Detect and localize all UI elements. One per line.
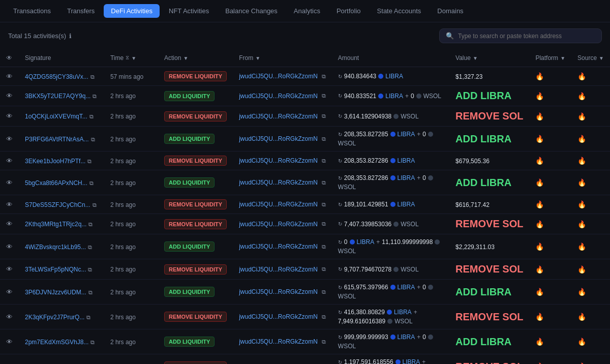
from-address[interactable]: jwudCiJ5QU...RoRGkZzomN⧉ [239, 288, 326, 295]
row-eye-icon[interactable]: 👁 [6, 288, 13, 296]
amount-pulse-icon: ↻ [338, 221, 342, 227]
signature-link[interactable]: 2K3qKFpv2J7PrurQ... [25, 314, 84, 321]
copy-from-icon[interactable]: ⧉ [322, 201, 326, 208]
from-address[interactable]: jwudCiJ5QU...RoRGkZzomN⧉ [239, 338, 326, 345]
from-address[interactable]: jwudCiJ5QU...RoRGkZzomN⧉ [239, 73, 326, 80]
tab-balance-changes[interactable]: Balance Changes [218, 4, 285, 18]
signature-link[interactable]: 2pm7EKdXmSGVhJ8... [25, 339, 88, 346]
action-badge[interactable]: ADD LIQUIDITY [164, 134, 215, 144]
from-address[interactable]: jwudCiJ5QU...RoRGkZzomN⧉ [239, 266, 326, 273]
row-eye-icon[interactable]: 👁 [6, 157, 13, 165]
from-filter-icon[interactable]: ▼ [255, 55, 260, 61]
signature-link[interactable]: 2Kthq3MRtg1TRjc2q... [25, 221, 86, 228]
copy-sig-icon[interactable]: ⧉ [90, 74, 95, 80]
row-eye-icon[interactable]: 👁 [6, 313, 13, 321]
copy-sig-icon[interactable]: ⧉ [88, 289, 93, 295]
copy-from-icon[interactable]: ⧉ [322, 158, 326, 164]
from-address[interactable]: jwudCiJ5QU...RoRGkZzomN⧉ [239, 221, 326, 228]
action-badge[interactable]: ADD LIQUIDITY [164, 287, 215, 297]
copy-from-icon[interactable]: ⧉ [322, 179, 326, 186]
action-badge[interactable]: REMOVE LIQUIDITY [164, 111, 227, 122]
action-badge[interactable]: REMOVE LIQUIDITY [164, 156, 227, 166]
row-eye-icon[interactable]: 👁 [6, 92, 13, 100]
copy-sig-icon[interactable]: ⧉ [93, 202, 97, 208]
from-address[interactable]: jwudCiJ5QU...RoRGkZzomN⧉ [239, 179, 326, 186]
action-badge[interactable]: REMOVE LIQUIDITY [164, 264, 227, 275]
copy-from-icon[interactable]: ⧉ [322, 339, 326, 345]
signature-link[interactable]: 3BKX5yT2UE7AQY9q... [25, 93, 90, 100]
copy-sig-icon[interactable]: ⧉ [89, 113, 94, 119]
value-filter-icon[interactable]: ▼ [473, 55, 478, 61]
signature-link[interactable]: 3TeLWSxFp5pNQNc... [25, 266, 86, 273]
copy-from-icon[interactable]: ⧉ [322, 289, 326, 295]
copy-sig-icon[interactable]: ⧉ [89, 180, 94, 186]
action-badge[interactable]: ADD LIQUIDITY [164, 177, 215, 188]
row-eye-icon[interactable]: 👁 [6, 243, 13, 251]
action-filter-icon[interactable]: ▼ [183, 55, 188, 61]
tab-nft-activities[interactable]: NFT Activities [162, 4, 216, 18]
row-eye-icon[interactable]: 👁 [6, 112, 13, 120]
signature-link[interactable]: 1oQCKjLoiXVEVmqT... [25, 113, 87, 120]
action-badge[interactable]: REMOVE LIQUIDITY [164, 361, 227, 364]
from-address[interactable]: jwudCiJ5QU...RoRGkZzomN⧉ [239, 313, 326, 320]
action-badge[interactable]: REMOVE LIQUIDITY [164, 312, 227, 322]
signature-link[interactable]: P3RFG6AVtRTNrAsA... [25, 136, 89, 143]
action-badge[interactable]: ADD LIQUIDITY [164, 91, 215, 101]
copy-from-icon[interactable]: ⧉ [322, 221, 326, 227]
signature-link[interactable]: 3EKee1bJooH7hPTf... [25, 158, 85, 165]
signature-link[interactable]: S7DeS5SZFJCyChCn... [25, 201, 90, 208]
signature-link[interactable]: 5bgCxa8t66APxNCH... [25, 179, 87, 187]
row-eye-icon[interactable]: 👁 [6, 73, 13, 80]
from-address[interactable]: jwudCiJ5QU...RoRGkZzomN⧉ [239, 135, 326, 142]
row-eye-icon[interactable]: 👁 [6, 220, 13, 228]
row-eye-icon[interactable]: 👁 [6, 179, 13, 187]
signature-link[interactable]: 4WiZBvskqrc1kLb95... [25, 244, 86, 251]
tab-defi-activities[interactable]: DeFi Activities [104, 4, 160, 18]
copy-sig-icon[interactable]: ⧉ [93, 93, 97, 99]
copy-sig-icon[interactable]: ⧉ [87, 158, 92, 164]
action-badge[interactable]: REMOVE LIQUIDITY [164, 199, 227, 209]
copy-sig-icon[interactable]: ⧉ [88, 266, 92, 272]
copy-from-icon[interactable]: ⧉ [322, 136, 326, 142]
row-eye-icon[interactable]: 👁 [6, 201, 13, 208]
platform-filter-icon[interactable]: ▼ [560, 55, 565, 61]
copy-sig-icon[interactable]: ⧉ [86, 314, 90, 320]
time-filter-icon[interactable]: ⧖ [126, 55, 129, 61]
action-badge[interactable]: ADD LIQUIDITY [164, 241, 215, 252]
copy-from-icon[interactable]: ⧉ [322, 314, 326, 320]
copy-from-icon[interactable]: ⧉ [322, 266, 326, 272]
from-address[interactable]: jwudCiJ5QU...RoRGkZzomN⧉ [239, 243, 326, 250]
table-row: 👁P3RFG6AVtRTNrAsA...⧉2 hrs agoADD LIQUID… [0, 127, 610, 151]
tab-portfolio[interactable]: Portfolio [329, 4, 368, 18]
copy-sig-icon[interactable]: ⧉ [91, 136, 95, 142]
time-sort-icon[interactable]: ▼ [131, 55, 136, 61]
row-eye-icon[interactable]: 👁 [6, 265, 13, 273]
signature-link[interactable]: 3P6DJVNJzzv6UDM... [25, 289, 86, 296]
action-badge[interactable]: ADD LIQUIDITY [164, 337, 215, 347]
row-eye-icon[interactable]: 👁 [6, 338, 13, 346]
action-badge[interactable]: REMOVE LIQUIDITY [164, 219, 227, 229]
from-address[interactable]: jwudCiJ5QU...RoRGkZzomN⧉ [239, 113, 326, 120]
tab-transactions[interactable]: Transactions [6, 4, 58, 18]
copy-sig-icon[interactable]: ⧉ [90, 339, 95, 345]
copy-sig-icon[interactable]: ⧉ [88, 244, 92, 250]
from-address[interactable]: jwudCiJ5QU...RoRGkZzomN⧉ [239, 93, 326, 100]
from-address[interactable]: jwudCiJ5QU...RoRGkZzomN⧉ [239, 157, 326, 164]
token-label-libra: LIBRA [394, 309, 412, 316]
source-filter-icon[interactable]: ▼ [599, 55, 604, 61]
signature-link[interactable]: 4QZDG585jCY38uVx... [25, 73, 88, 80]
from-address[interactable]: jwudCiJ5QU...RoRGkZzomN⧉ [239, 201, 326, 208]
row-eye-icon[interactable]: 👁 [6, 135, 13, 143]
copy-sig-icon[interactable]: ⧉ [88, 221, 93, 227]
copy-from-icon[interactable]: ⧉ [322, 244, 326, 250]
copy-from-icon[interactable]: ⧉ [322, 73, 326, 80]
copy-from-icon[interactable]: ⧉ [322, 113, 326, 119]
action-badge[interactable]: REMOVE LIQUIDITY [164, 71, 227, 81]
search-box[interactable]: 🔍 [439, 28, 602, 43]
tab-transfers[interactable]: Transfers [60, 4, 102, 18]
search-input[interactable] [458, 33, 595, 40]
tab-domains[interactable]: Domains [430, 4, 470, 18]
tab-state-accounts[interactable]: State Accounts [370, 4, 429, 18]
tab-analytics[interactable]: Analytics [287, 4, 327, 18]
copy-from-icon[interactable]: ⧉ [322, 93, 326, 99]
